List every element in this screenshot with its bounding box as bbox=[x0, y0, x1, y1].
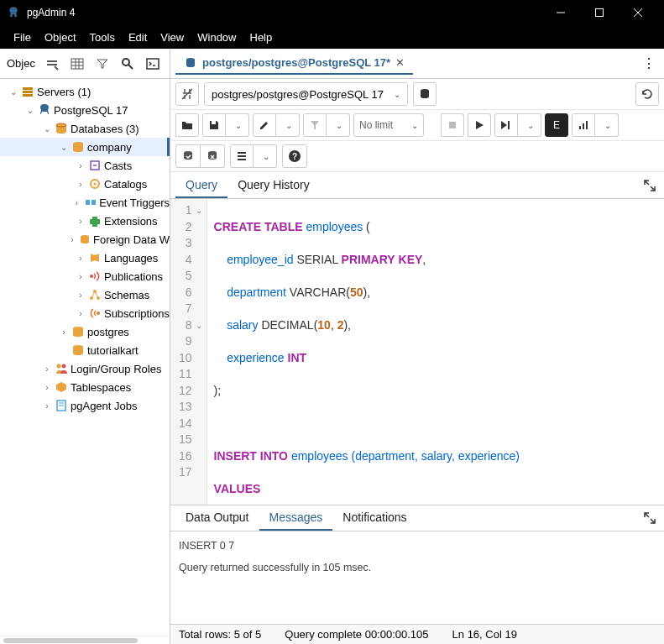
edit-dropdown[interactable]: ⌄ bbox=[276, 113, 300, 137]
search-icon[interactable] bbox=[116, 52, 139, 76]
menu-window[interactable]: Window bbox=[191, 28, 243, 47]
tree-subscriptions[interactable]: ›Subscriptions bbox=[0, 304, 170, 322]
svg-rect-1 bbox=[596, 9, 604, 17]
explain-dropdown[interactable]: ⌄ bbox=[595, 113, 619, 137]
execute-button[interactable] bbox=[468, 113, 491, 137]
edit-button[interactable] bbox=[253, 113, 276, 137]
status-cursor: Ln 16, Col 19 bbox=[452, 628, 517, 641]
close-button[interactable] bbox=[619, 0, 657, 25]
stop-button[interactable] bbox=[441, 113, 464, 137]
svg-rect-48 bbox=[583, 123, 584, 129]
reset-layout-icon[interactable] bbox=[635, 82, 659, 106]
tree-login-roles[interactable]: ›Login/Group Roles bbox=[0, 359, 170, 378]
terminal-icon[interactable] bbox=[141, 52, 165, 76]
window-title: pgAdmin 4 bbox=[27, 7, 75, 18]
tree-event-triggers[interactable]: ›Event Triggers bbox=[0, 193, 170, 212]
tab-close-icon[interactable]: ✕ bbox=[395, 56, 405, 69]
menu-file[interactable]: File bbox=[7, 28, 38, 47]
tab-kebab-menu[interactable]: ⋮ bbox=[639, 54, 659, 74]
connection-select[interactable]: postgres/postgres@PostgreSQL 17 ⌄ bbox=[204, 82, 408, 106]
svg-rect-17 bbox=[23, 94, 33, 97]
new-connection-icon[interactable] bbox=[413, 82, 437, 106]
tree-pgagent[interactable]: ›pgAgent Jobs bbox=[0, 396, 170, 415]
svg-rect-16 bbox=[23, 91, 33, 93]
menu-tools[interactable]: Tools bbox=[83, 28, 122, 47]
svg-rect-47 bbox=[579, 126, 581, 129]
tree-servers[interactable]: ⌄Servers (1) bbox=[0, 82, 170, 101]
output-line: Query returned successfully in 105 msec. bbox=[179, 562, 656, 573]
tree-databases[interactable]: ⌄Databases (3) bbox=[0, 119, 170, 138]
svg-line-32 bbox=[95, 291, 98, 298]
query-tool-icon[interactable] bbox=[40, 52, 64, 76]
svg-text:?: ? bbox=[292, 152, 297, 161]
svg-point-27 bbox=[90, 275, 93, 278]
svg-rect-24 bbox=[86, 200, 90, 205]
messages-tab[interactable]: Messages bbox=[259, 505, 333, 531]
filter-dropdown[interactable]: ⌄ bbox=[327, 113, 350, 137]
output-line: INSERT 0 7 bbox=[179, 540, 656, 552]
view-data-icon[interactable] bbox=[65, 52, 89, 76]
svg-rect-13 bbox=[147, 59, 159, 69]
svg-rect-6 bbox=[71, 59, 83, 69]
svg-rect-25 bbox=[91, 200, 96, 205]
open-file-button[interactable] bbox=[175, 113, 199, 137]
limit-select[interactable]: No limit⌄ bbox=[353, 113, 424, 137]
query-tab-btn[interactable]: Query bbox=[175, 173, 227, 198]
explain-analyze-button[interactable] bbox=[572, 113, 595, 137]
expand-editor-icon[interactable] bbox=[640, 176, 659, 198]
execute-options-button[interactable] bbox=[494, 113, 518, 137]
svg-line-42 bbox=[182, 89, 192, 99]
svg-line-31 bbox=[91, 291, 95, 298]
tree-tutorialkart[interactable]: tutorialkart bbox=[0, 341, 170, 359]
tree-publications[interactable]: ›Publications bbox=[0, 267, 170, 285]
tree-tablespaces[interactable]: ›Tablespaces bbox=[0, 378, 170, 396]
tree-company[interactable]: ⌄company bbox=[0, 138, 170, 156]
explain-button[interactable]: E bbox=[545, 113, 568, 137]
svg-point-36 bbox=[57, 364, 61, 369]
commit-button[interactable] bbox=[175, 144, 201, 168]
menu-object[interactable]: Object bbox=[38, 28, 83, 47]
sidebar-scrollbar[interactable] bbox=[0, 636, 170, 644]
maximize-button[interactable] bbox=[580, 0, 619, 25]
svg-point-23 bbox=[94, 183, 97, 186]
minimize-button[interactable] bbox=[541, 0, 580, 25]
sidebar-title: Objec bbox=[3, 57, 39, 70]
tree-extensions[interactable]: ›Extensions bbox=[0, 212, 170, 230]
tree-postgresql[interactable]: ⌄PostgreSQL 17 bbox=[0, 101, 170, 119]
menu-edit[interactable]: Edit bbox=[122, 28, 154, 47]
help-button[interactable]: ? bbox=[282, 144, 307, 168]
object-tree[interactable]: ⌄Servers (1) ⌄PostgreSQL 17 ⌄Databases (… bbox=[0, 79, 170, 636]
query-tab[interactable]: postgres/postgres@PostgreSQL 17* ✕ bbox=[175, 53, 413, 75]
connection-status-icon[interactable] bbox=[175, 82, 199, 106]
data-output-tab[interactable]: Data Output bbox=[175, 505, 259, 531]
menu-help[interactable]: Help bbox=[243, 28, 280, 47]
tree-fdw[interactable]: ›Foreign Data W bbox=[0, 230, 170, 249]
save-button[interactable] bbox=[202, 113, 226, 137]
macros-dropdown[interactable]: ⌄ bbox=[254, 144, 277, 168]
macros-button[interactable] bbox=[230, 144, 254, 168]
tree-languages[interactable]: ›Languages bbox=[0, 249, 170, 267]
sql-editor[interactable]: 1⌄ 2 3 4 5 6 7 8⌄ 9 10 11 12 13 14 15 16… bbox=[170, 199, 664, 505]
svg-point-37 bbox=[62, 364, 66, 369]
chevron-down-icon: ⌄ bbox=[394, 90, 400, 99]
pgadmin-icon bbox=[7, 6, 20, 19]
status-complete: Query complete 00:00:00.105 bbox=[285, 628, 428, 641]
execute-dropdown[interactable]: ⌄ bbox=[518, 113, 541, 137]
tree-catalogs[interactable]: ›Catalogs bbox=[0, 175, 170, 193]
notifications-tab[interactable]: Notifications bbox=[332, 505, 416, 531]
svg-point-11 bbox=[123, 59, 129, 65]
filter-icon[interactable] bbox=[91, 52, 114, 76]
tab-label: postgres/postgres@PostgreSQL 17* bbox=[202, 56, 390, 69]
svg-rect-49 bbox=[586, 121, 588, 129]
rollback-button[interactable] bbox=[201, 144, 225, 168]
filter-button[interactable] bbox=[303, 113, 327, 137]
expand-output-icon[interactable] bbox=[640, 509, 659, 531]
tree-schemas[interactable]: ›Schemas bbox=[0, 285, 170, 304]
save-dropdown[interactable]: ⌄ bbox=[226, 113, 249, 137]
menu-view[interactable]: View bbox=[154, 28, 191, 47]
tree-postgres-db[interactable]: ›postgres bbox=[0, 322, 170, 341]
svg-rect-15 bbox=[23, 87, 33, 90]
titlebar: pgAdmin 4 bbox=[0, 0, 664, 25]
tree-casts[interactable]: ›Casts bbox=[0, 156, 170, 175]
query-history-tab-btn[interactable]: Query History bbox=[227, 173, 320, 198]
